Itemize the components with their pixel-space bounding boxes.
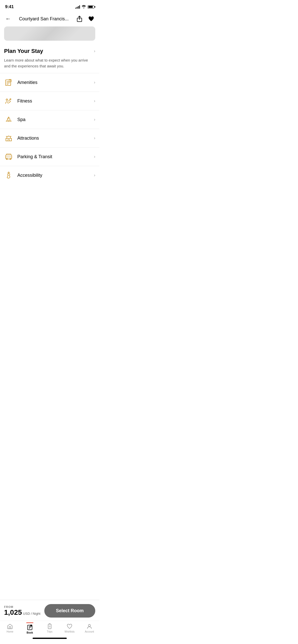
spa-menu-item[interactable]: Spa › [0, 110, 99, 129]
plan-your-stay-title: Plan Your Stay [4, 48, 43, 54]
heart-icon [88, 16, 94, 22]
amenities-menu-item[interactable]: Amenities › [0, 73, 99, 92]
back-arrow-icon: ← [5, 16, 11, 22]
fitness-chevron-icon: › [94, 99, 95, 103]
attractions-label: Attractions [17, 136, 90, 141]
spa-label: Spa [17, 117, 90, 122]
parking-menu-item[interactable]: Parking & Transit › [0, 148, 99, 166]
svg-point-8 [10, 99, 11, 100]
plan-your-stay-section: Plan Your Stay › Learn more about what t… [0, 42, 99, 73]
fitness-menu-item[interactable]: Fitness › [0, 92, 99, 110]
amenities-chevron-icon: › [94, 80, 95, 85]
svg-rect-10 [6, 138, 11, 141]
status-bar: 9:41 [0, 0, 99, 12]
parking-icon [4, 152, 13, 161]
attractions-menu-item[interactable]: Attractions › [0, 129, 99, 148]
back-button[interactable]: ← [4, 15, 12, 23]
share-icon [77, 16, 82, 22]
svg-line-9 [9, 101, 11, 103]
accessibility-icon [4, 171, 13, 180]
hotel-image-placeholder [4, 26, 95, 41]
main-content: Plan Your Stay › Learn more about what t… [0, 42, 99, 215]
parking-chevron-icon: › [94, 154, 95, 159]
status-icons [75, 5, 94, 9]
spa-icon [4, 115, 13, 124]
attractions-chevron-icon: › [94, 136, 95, 140]
header: ← Courtyard San Francis... [0, 12, 99, 25]
fitness-icon [4, 96, 13, 106]
amenities-icon [4, 78, 13, 87]
status-time: 9:41 [5, 4, 14, 9]
fitness-label: Fitness [17, 98, 90, 104]
header-title: Courtyard San Francis... [15, 16, 72, 22]
plan-description: Learn more about what to expect when you… [4, 57, 95, 69]
accessibility-chevron-icon: › [94, 173, 95, 178]
wifi-icon [82, 5, 86, 9]
svg-point-21 [8, 172, 9, 173]
amenities-label: Amenities [17, 80, 90, 85]
plan-your-stay-header[interactable]: Plan Your Stay › [4, 48, 95, 54]
accessibility-label: Accessibility [17, 173, 90, 178]
svg-line-7 [8, 100, 10, 101]
share-button[interactable] [75, 15, 84, 23]
plan-chevron-icon: › [94, 49, 95, 53]
battery-icon [88, 5, 94, 9]
attractions-icon [4, 134, 13, 143]
svg-point-6 [6, 99, 8, 100]
amenities-menu-list: Amenities › Fitness › [0, 73, 99, 184]
signal-icon [75, 5, 80, 9]
favorite-button[interactable] [87, 15, 95, 23]
spa-chevron-icon: › [94, 117, 95, 122]
parking-label: Parking & Transit [17, 154, 90, 159]
hotel-image-area [4, 26, 95, 41]
accessibility-menu-item[interactable]: Accessibility › [0, 166, 99, 184]
header-actions [75, 15, 95, 23]
